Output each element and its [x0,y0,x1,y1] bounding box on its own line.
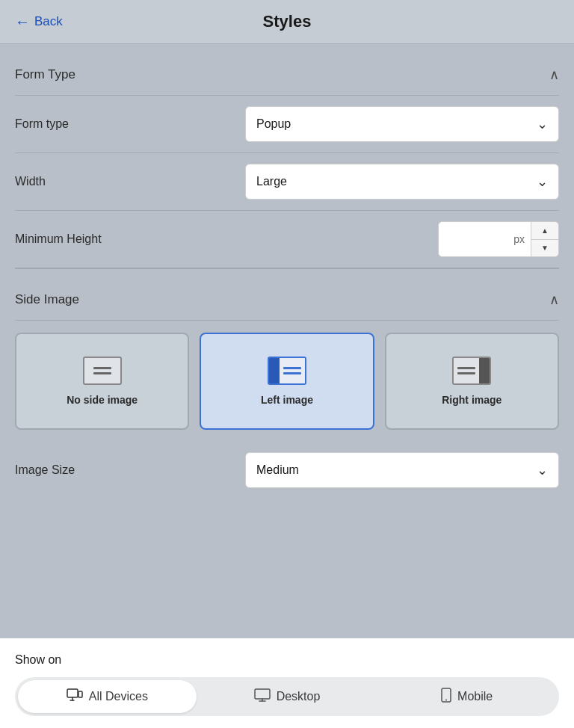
form-type-chevron-icon[interactable]: ∧ [549,67,559,83]
left-image-label: Left image [261,394,313,406]
side-image-section-title: Side Image [15,292,79,307]
min-height-decrement-button[interactable]: ▼ [531,240,558,257]
image-size-value: Medium [256,463,299,477]
side-image-section-header: Side Image ∧ [15,284,559,321]
width-value: Large [256,175,287,188]
image-size-label: Image Size [15,463,75,477]
min-height-input[interactable]: 410 [439,222,513,256]
no-image-icon [83,357,122,385]
show-on-section: Show on All Devices [0,638,574,728]
left-line-2 [283,372,301,374]
min-height-stepper: ▲ ▼ [531,222,558,256]
form-type-row: Form type Popup ⌄ [15,96,559,153]
width-label: Width [15,175,46,188]
right-image-option[interactable]: Right image [385,333,559,430]
all-devices-icon [67,688,83,706]
no-side-image-label: No side image [67,394,138,406]
line-2 [93,372,111,374]
header: ← Back Styles [0,0,574,44]
main-content: Form Type ∧ Form type Popup ⌄ Width Larg… [0,44,574,638]
min-height-input-wrap: 410 px ▲ ▼ [438,221,559,257]
min-height-label: Minimum Height [15,232,102,246]
form-type-section-header: Form Type ∧ [15,59,559,96]
mobile-label: Mobile [457,690,493,703]
svg-point-8 [445,699,447,700]
show-on-label: Show on [15,653,559,667]
image-options: No side image Left image [15,333,559,430]
form-type-select[interactable]: Popup ⌄ [245,106,559,142]
width-row: Width Large ⌄ [15,153,559,211]
page-title: Styles [263,12,312,31]
min-height-unit: px [513,233,531,245]
desktop-button[interactable]: Desktop [198,680,377,713]
form-type-dropdown-icon: ⌄ [537,116,548,132]
right-image-icon [452,357,491,385]
form-type-value: Popup [256,117,291,131]
back-arrow-icon: ← [15,13,30,31]
right-img-block [479,358,490,383]
min-height-increment-button[interactable]: ▲ [531,222,558,240]
all-devices-label: All Devices [89,690,148,703]
back-label: Back [34,14,63,29]
all-devices-button[interactable]: All Devices [18,680,197,713]
width-dropdown-icon: ⌄ [537,173,548,190]
line-1 [93,367,111,369]
form-type-fields: Form type Popup ⌄ Width Large ⌄ Minimum … [15,96,559,268]
mobile-button[interactable]: Mobile [377,680,556,713]
right-line-1 [457,367,475,369]
side-image-section: Side Image ∧ No side image [0,269,574,510]
right-line-2 [457,372,475,374]
no-side-image-option[interactable]: No side image [15,333,189,430]
desktop-label: Desktop [277,690,321,703]
right-lines-block [280,358,305,383]
right-image-label: Right image [442,394,502,406]
min-height-row: Minimum Height 410 px ▲ ▼ [15,211,559,268]
back-button[interactable]: ← Back [15,13,63,31]
left-img-block [269,358,280,383]
width-select[interactable]: Large ⌄ [245,164,559,200]
right-left-lines-block [454,358,479,383]
left-image-option[interactable]: Left image [200,333,374,430]
device-toggle: All Devices Desktop Mobile [15,677,559,716]
form-type-section: Form Type ∧ Form type Popup ⌄ Width Larg… [0,44,574,268]
side-image-chevron-icon[interactable]: ∧ [549,291,559,308]
left-image-icon [268,357,306,385]
svg-rect-0 [67,689,78,697]
left-line-1 [283,367,301,369]
desktop-icon [254,688,271,706]
mobile-icon [441,688,451,706]
image-size-select[interactable]: Medium ⌄ [245,452,559,488]
image-size-row: Image Size Medium ⌄ [15,442,559,499]
svg-rect-1 [78,691,82,697]
form-type-label: Form type [15,117,69,131]
form-type-section-title: Form Type [15,67,75,82]
image-size-dropdown-icon: ⌄ [537,462,548,478]
svg-rect-4 [255,689,270,699]
no-image-lines [93,367,111,374]
